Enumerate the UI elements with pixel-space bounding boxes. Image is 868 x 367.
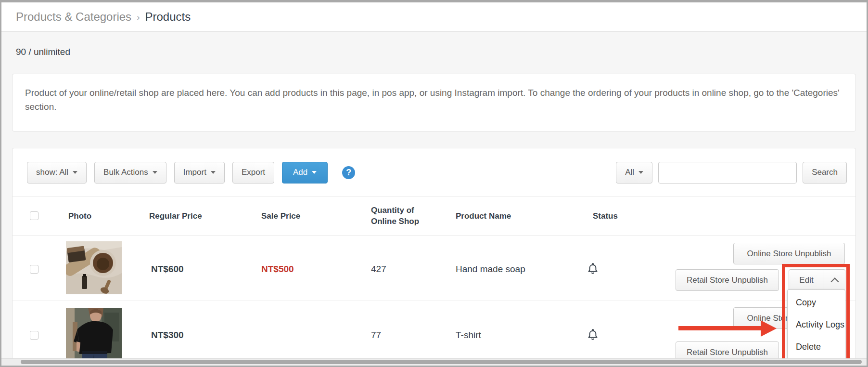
column-header-quantity: Quantity of Online Shop [371,205,433,228]
notice-box: Product of your online/retail shop are p… [12,74,856,131]
import-label: Import [183,168,206,177]
edit-dropdown-toggle[interactable] [824,269,845,291]
row-checkbox[interactable] [30,331,38,340]
regular-price: NT$600 [151,264,184,275]
show-filter-label: show: All [36,168,68,177]
edit-split-button: Edit [789,269,845,291]
product-photo-soap [66,241,122,294]
breadcrumb: Products & Categories › Products [1,2,867,32]
export-button[interactable]: Export [232,162,274,184]
product-photo-tshirt [66,308,122,366]
select-all-checkbox[interactable] [30,211,38,220]
horizontal-scrollbar-track [1,358,867,366]
chevron-up-icon [830,277,839,286]
column-header-status: Status [593,211,618,221]
menu-item-delete[interactable]: Delete [788,336,845,358]
help-icon[interactable]: ? [342,166,355,179]
bulk-actions-label: Bulk Actions [103,168,148,177]
table-header-row: Photo Regular Price Sale Price Quantity … [13,197,855,236]
column-header-product-name: Product Name [456,211,511,221]
show-filter-dropdown[interactable]: show: All [27,162,87,184]
chevron-down-icon [211,171,216,174]
toolbar-search-group: All Search [616,162,847,184]
add-product-dropdown[interactable]: Add [282,162,328,184]
table-row: NT$300 77 T-shirt Online Store Unpublish… [13,301,855,367]
column-header-sale-price: Sale Price [261,211,300,221]
page-title: Products [145,10,191,24]
search-button[interactable]: Search [803,162,847,184]
retail-store-unpublish-button[interactable]: Retail Store Unpublish [676,269,779,291]
edit-label: Edit [799,275,813,285]
quantity: 427 [371,264,386,275]
sale-price: NT$500 [261,264,294,275]
chevron-down-icon [153,171,157,174]
breadcrumb-separator: › [137,11,140,23]
column-header-photo: Photo [68,211,91,221]
row-checkbox[interactable] [30,265,38,274]
regular-price: NT$300 [151,330,184,341]
products-admin-page: Products & Categories › Products 90 / un… [0,0,868,367]
product-count-label: 90 / unlimited [16,47,70,57]
menu-item-activity-logs[interactable]: Activity Logs [788,314,845,336]
edit-dropdown-menu: Copy Activity Logs Delete [787,289,845,360]
add-label: Add [293,168,307,177]
search-filter-label: All [625,168,634,177]
table-row: NT$600 NT$500 427 Hand made soap Online … [13,235,855,301]
horizontal-scrollbar-thumb[interactable] [21,360,862,364]
bell-icon[interactable] [586,262,600,276]
edit-button[interactable]: Edit [789,269,824,291]
search-input[interactable] [658,162,797,184]
bell-icon[interactable] [586,328,600,342]
product-name: Hand made soap [456,264,525,275]
menu-item-copy[interactable]: Copy [788,291,845,314]
online-store-unpublish-button[interactable]: Online Store Unpublish [733,243,845,264]
retail-store-unpublish-label: Retail Store Unpublish [687,348,768,357]
column-header-regular-price: Regular Price [149,211,202,221]
chevron-down-icon [73,171,77,174]
chevron-down-icon [312,171,317,174]
toolbar-left-group: show: All Bulk Actions Import Export Add [27,162,355,184]
export-label: Export [242,168,265,177]
product-name: T-shirt [456,330,481,341]
import-dropdown[interactable]: Import [174,162,225,184]
breadcrumb-parent-link[interactable]: Products & Categories [16,10,131,24]
bulk-actions-dropdown[interactable]: Bulk Actions [94,162,166,184]
toolbar: show: All Bulk Actions Import Export Add [13,148,855,197]
online-store-unpublish-label: Online Store Unpublish [747,249,831,259]
quantity: 77 [371,330,381,341]
chevron-down-icon [638,171,643,174]
products-panel: show: All Bulk Actions Import Export Add [12,148,856,367]
search-filter-dropdown[interactable]: All [616,162,652,184]
retail-store-unpublish-label: Retail Store Unpublish [687,275,768,285]
search-button-label: Search [812,168,838,177]
